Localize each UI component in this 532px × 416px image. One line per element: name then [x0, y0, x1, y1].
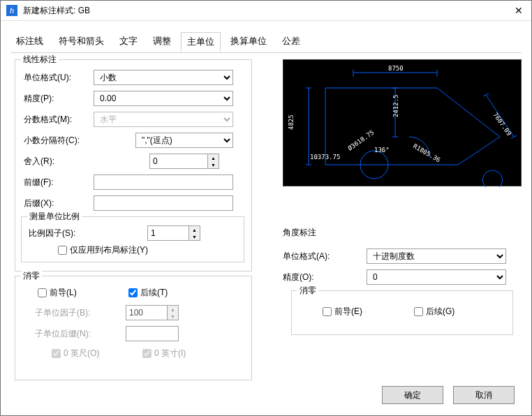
prefix-input[interactable]: [94, 174, 233, 190]
layout-only-checkbox[interactable]: 仅应用到布局标注(Y): [55, 244, 148, 257]
suffix-input[interactable]: [94, 195, 233, 211]
tab-tolerance[interactable]: 公差: [276, 32, 306, 52]
fraction-format-select: 水平: [94, 112, 233, 127]
linear-legend: 线性标注: [21, 54, 59, 66]
leading-checkbox[interactable]: 前导(L): [35, 286, 126, 299]
spin-down-icon[interactable]: ▼: [189, 233, 200, 240]
zero-fieldset: 消零 前导(L) 后续(T) 子单位因子(B): ▲▼: [15, 276, 252, 380]
precision-select[interactable]: 0.00: [94, 91, 233, 106]
dialog-window: h 新建标注样式: GB ✕ 标注线 符号和箭头 文字 调整 主单位 换算单位 …: [0, 0, 532, 416]
angle-precision-select[interactable]: 0: [367, 269, 506, 285]
tab-dimlines[interactable]: 标注线: [10, 32, 49, 52]
svg-text:Ø3618.75: Ø3618.75: [346, 129, 375, 152]
angle-unit-label: 单位格式(A):: [283, 251, 367, 262]
ok-button[interactable]: 确定: [382, 386, 443, 404]
trailing-checkbox[interactable]: 后续(T): [126, 286, 168, 299]
tab-fit[interactable]: 调整: [147, 32, 177, 52]
prefix-label: 前缀(F):: [24, 177, 94, 188]
cancel-button[interactable]: 取消: [453, 386, 515, 404]
spin-up-icon[interactable]: ▲: [207, 154, 219, 161]
angle-zero-legend: 消零: [297, 285, 318, 297]
spin-up-icon: ▲: [167, 306, 178, 313]
inch-checkbox: 0 英寸(I): [140, 347, 186, 360]
svg-text:8750: 8750: [388, 65, 404, 72]
tabs: 标注线 符号和箭头 文字 调整 主单位 换算单位 公差: [1, 32, 531, 52]
spin-down-icon: ▼: [167, 313, 178, 320]
svg-line-12: [511, 135, 517, 138]
angle-legend: 角度标注: [283, 227, 522, 239]
unit-format-label: 单位格式(U):: [24, 72, 94, 84]
content: 线性标注 单位格式(U): 小数 精度(P): 0.00 分数格式(M): 水平…: [10, 55, 522, 373]
svg-text:R1805.36: R1805.36: [412, 142, 442, 163]
svg-text:4825: 4825: [288, 114, 295, 130]
linear-fieldset: 线性标注 单位格式(U): 小数 精度(P): 0.00 分数格式(M): 水平…: [15, 59, 252, 272]
scale-factor-label: 比例因子(S):: [29, 228, 147, 239]
roundoff-label: 舍入(R):: [24, 156, 108, 168]
suffix-label: 后缀(X):: [24, 198, 94, 209]
titlebar: h 新建标注样式: GB ✕: [1, 1, 531, 21]
decimal-sep-select[interactable]: ","(逗点): [135, 133, 233, 148]
sub-suffix-label: 子单位后缀(N):: [35, 328, 126, 340]
angle-leading-checkbox[interactable]: 前导(E): [320, 305, 362, 318]
dialog-actions: 确定 取消: [382, 386, 515, 404]
zero-legend: 消零: [21, 270, 42, 282]
angle-precision-label: 精度(O):: [283, 272, 367, 283]
preview-image: 8750 4825 2412.5 R1805.36 10373.75 Ø3618…: [283, 59, 522, 186]
fraction-format-label: 分数格式(M):: [24, 114, 94, 126]
spin-down-icon[interactable]: ▼: [207, 161, 219, 168]
app-icon: h: [6, 5, 17, 16]
angle-unit-select[interactable]: 十进制度数: [367, 248, 506, 264]
sub-factor-label: 子单位因子(B):: [35, 307, 126, 319]
scale-fieldset: 测量单位比例 比例因子(S): ▲▼ 仅应用到布局标注(Y): [21, 216, 244, 262]
angle-trailing-checkbox[interactable]: 后续(G): [411, 305, 455, 318]
angle-section: 角度标注 单位格式(A): 十进制度数 精度(O): 0 消零 前导(E) 后续…: [283, 227, 522, 335]
spin-up-icon[interactable]: ▲: [189, 226, 200, 233]
unit-format-select[interactable]: 小数: [94, 70, 233, 85]
window-title: 新建标注样式: GB: [23, 5, 90, 17]
tab-symbols[interactable]: 符号和箭头: [53, 32, 110, 52]
svg-text:2412.5: 2412.5: [392, 94, 399, 117]
feet-checkbox: 0 英尺(O): [49, 347, 140, 360]
close-icon[interactable]: ✕: [515, 5, 523, 16]
svg-text:136°: 136°: [374, 147, 390, 154]
tab-text[interactable]: 文字: [114, 32, 143, 52]
tab-primary-units[interactable]: 主单位: [181, 32, 221, 52]
angle-zero-fieldset: 消零 前导(E) 后续(G): [291, 290, 513, 335]
tab-alt-units[interactable]: 换算单位: [225, 32, 272, 52]
precision-label: 精度(P):: [24, 93, 94, 105]
decimal-sep-label: 小数分隔符(C):: [24, 135, 108, 147]
sub-suffix-input: [126, 326, 179, 341]
svg-line-11: [483, 94, 489, 96]
scale-legend: 测量单位比例: [27, 211, 82, 223]
svg-text:10373.75: 10373.75: [310, 154, 340, 161]
